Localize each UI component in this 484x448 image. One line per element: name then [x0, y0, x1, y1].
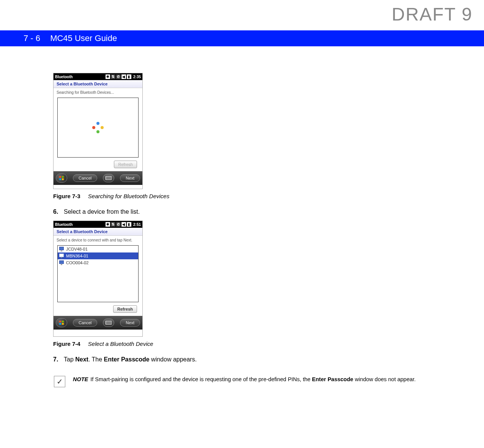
battery-icon: ▮: [127, 222, 131, 227]
cancel-button[interactable]: Cancel: [73, 319, 97, 327]
device-status-bar: Bluetooth ✱ ⇅ ✆ ◀ ▮ 2:51: [54, 221, 142, 228]
figure-7-4-caption: Figure 7-4 Select a Bluetooth Device: [53, 341, 484, 347]
page-header: 7 - 6 MC45 User Guide: [0, 30, 484, 46]
figure-7-3-caption: Figure 7-3 Searching for Bluetooth Devic…: [53, 193, 484, 199]
list-item[interactable]: COO004-02: [58, 259, 138, 266]
device-bottom-bar: Cancel Next: [54, 316, 142, 330]
battery-icon: ▮: [127, 74, 131, 79]
step-number: 6.: [53, 208, 64, 215]
cancel-button[interactable]: Cancel: [73, 174, 97, 182]
svg-rect-2: [59, 178, 61, 180]
text-fragment: . The: [88, 356, 104, 363]
step-6: 6. Select a device from the list.: [53, 208, 484, 215]
svg-rect-3: [62, 178, 64, 180]
page-number: 7 - 6: [24, 33, 40, 43]
screen-subtitle: Select a Bluetooth Device: [54, 80, 142, 88]
keyboard-button[interactable]: [103, 174, 114, 182]
status-icons: ✱ ⇅ ✆ ◀ ▮ 2:35: [106, 74, 141, 79]
computer-icon: [59, 260, 65, 265]
svg-rect-6: [59, 323, 61, 325]
computer-icon: [59, 254, 65, 258]
checkmark-icon: ✓: [54, 376, 65, 387]
list-item[interactable]: MBN364-01: [58, 252, 138, 259]
refresh-button[interactable]: Refresh: [114, 161, 137, 168]
text-bold: Next: [75, 356, 88, 363]
volume-icon: ◀: [121, 222, 126, 227]
text-fragment: window does not appear.: [353, 376, 416, 382]
text-bold: Enter Passcode: [312, 376, 353, 382]
loading-spinner-icon: [92, 122, 104, 133]
device-name: MBN364-01: [66, 254, 88, 258]
figure-description: Select a Bluetooth Device: [88, 341, 153, 347]
status-text: Searching for Bluetooth Devices...: [57, 90, 139, 95]
device-list[interactable]: JCDV48-01 MBN364-01 COO004-02: [57, 245, 139, 302]
next-button[interactable]: Next: [120, 319, 140, 327]
clock: 2:35: [133, 75, 141, 79]
note-label: NOTE: [73, 376, 88, 382]
app-title: Bluetooth: [55, 75, 106, 79]
phone-icon: ✆: [116, 74, 121, 79]
search-results-box: [57, 98, 139, 158]
note-block: ✓ NOTEIf Smart-pairing is configured and…: [53, 376, 484, 387]
status-text: Select a device to connect with and tap …: [57, 238, 139, 242]
step-text: Tap Next. The Enter Passcode window appe…: [64, 356, 484, 363]
guide-title: MC45 User Guide: [50, 33, 117, 43]
step-number: 7.: [53, 356, 64, 363]
next-button[interactable]: Next: [120, 174, 140, 182]
start-button[interactable]: [56, 174, 67, 183]
figure-label: Figure 7-4: [53, 341, 80, 347]
list-item[interactable]: JCDV48-01: [58, 246, 138, 252]
step-text: Select a device from the list.: [64, 208, 484, 215]
figure-label: Figure 7-3: [53, 193, 80, 199]
text-fragment: Tap: [64, 356, 75, 363]
device-name: COO004-02: [66, 260, 88, 265]
svg-rect-4: [59, 321, 61, 322]
figure-description: Searching for Bluetooth Devices: [88, 193, 169, 199]
text-bold: Enter Passcode: [104, 356, 150, 363]
screen-subtitle: Select a Bluetooth Device: [54, 228, 142, 236]
computer-icon: [59, 247, 65, 251]
figure-7-4-screenshot: Bluetooth ✱ ⇅ ✆ ◀ ▮ 2:51 Select a Blueto…: [53, 221, 143, 337]
status-icons: ✱ ⇅ ✆ ◀ ▮ 2:51: [106, 222, 141, 227]
svg-rect-7: [62, 323, 64, 325]
svg-rect-1: [62, 176, 64, 178]
svg-rect-0: [59, 176, 61, 178]
note-text: NOTEIf Smart-pairing is configured and t…: [73, 376, 416, 383]
phone-icon: ✆: [116, 222, 121, 227]
app-title: Bluetooth: [55, 222, 106, 227]
signal-icon: ⇅: [111, 74, 115, 79]
device-status-bar: Bluetooth ✱ ⇅ ✆ ◀ ▮ 2:35: [54, 73, 142, 80]
step-7: 7. Tap Next. The Enter Passcode window a…: [53, 356, 484, 363]
signal-icon: ⇅: [111, 222, 115, 227]
watermark: DRAFT 9: [392, 4, 473, 25]
device-bottom-bar: Cancel Next: [54, 171, 142, 185]
svg-rect-5: [62, 321, 64, 322]
bluetooth-icon: ✱: [106, 74, 110, 79]
bluetooth-icon: ✱: [106, 222, 110, 227]
figure-7-3-screenshot: Bluetooth ✱ ⇅ ✆ ◀ ▮ 2:35 Select a Blueto…: [53, 73, 143, 189]
text-fragment: If Smart-pairing is configured and the d…: [90, 376, 312, 382]
device-name: JCDV48-01: [66, 247, 88, 251]
text-fragment: window appears.: [150, 356, 197, 363]
clock: 2:51: [133, 222, 141, 227]
keyboard-button[interactable]: [103, 319, 114, 327]
refresh-button[interactable]: Refresh: [113, 305, 137, 313]
volume-icon: ◀: [121, 74, 126, 79]
start-button[interactable]: [56, 318, 67, 327]
